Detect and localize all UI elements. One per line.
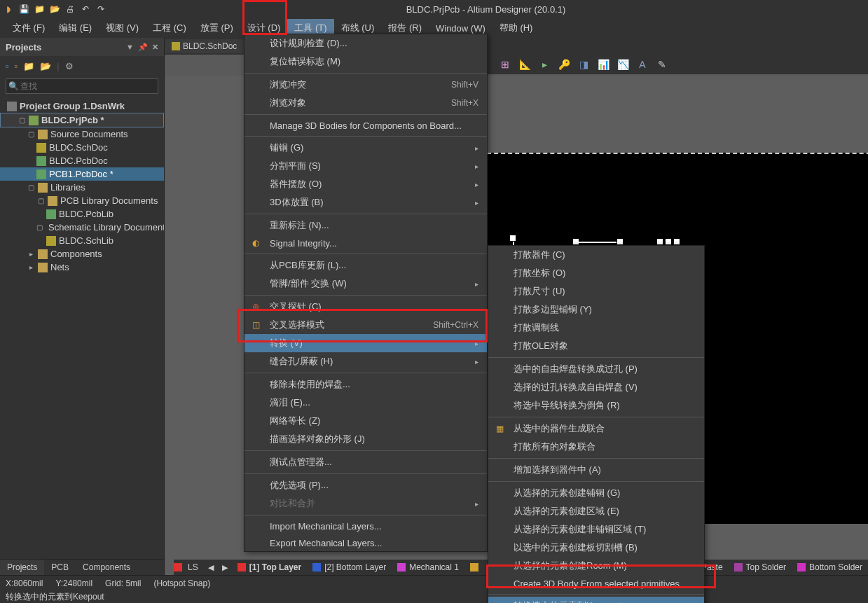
print-icon[interactable]: 🖨 [64,4,76,15]
tree-nets[interactable]: ▸ Nets [0,261,164,274]
menu-body3d[interactable]: 3D体放置 (B)▸ [244,193,487,212]
submenu-union-sel[interactable]: ▦从选中的器件生成联合 [488,420,704,438]
handle[interactable] [616,238,624,245]
tree-pcb[interactable]: BLDC.PcbDoc [0,154,164,167]
menu-reset-err[interactable]: 复位错误标志 (M) [244,53,487,71]
layer-mech[interactable]: Mechanical 1 [392,561,464,574]
menu-outline-sel[interactable]: 描画选择对象的外形 (J) [244,430,487,448]
submenu-create-poly[interactable]: 从选择的元素创建铺铜 (G) [488,484,704,502]
tree-schlib[interactable]: BLDC.SchLib [0,234,164,247]
menu-edit[interactable]: 编辑 (E) [52,19,99,37]
menu-si[interactable]: ◐Signal Integrity... [244,235,487,251]
tool-icon[interactable]: ▸ [537,57,551,71]
tab-projects[interactable]: Projects [0,560,44,575]
tree-pcb1[interactable]: PCB1.PcbDoc * [0,167,164,181]
menu-reanno[interactable]: 重新标注 (N)... [244,216,487,235]
submenu-via-to-free[interactable]: 选择的过孔转换成自由焊盘 (V) [488,378,704,396]
tool-icon[interactable]: 📉 [616,57,630,71]
menu-view[interactable]: 视图 (V) [99,19,146,37]
handle[interactable] [656,238,663,245]
chevron-down-icon[interactable]: ▢ [27,130,35,138]
handle[interactable] [665,238,672,245]
tree-srcdocs[interactable]: ▢ Source Documents [0,127,164,141]
submenu-free-to-via[interactable]: 选中的自由焊盘转换成过孔 (P) [488,360,704,378]
pin2-icon[interactable]: 📌 [138,43,148,52]
tree-schlib-docs[interactable]: ▢ Schematic Library Documents [0,221,164,234]
menu-comp-place[interactable]: 器件摆放 (O)▸ [244,175,487,193]
layer-bottom[interactable]: [2] Bottom Layer [307,561,392,574]
menu-help[interactable]: 帮助 (H) [492,19,540,37]
chevron-right-icon[interactable]: ▸ [27,250,35,258]
submenu-create-room[interactable]: 从选择的元素创建Room (M) [488,557,704,575]
tab-components[interactable]: Components [76,560,137,575]
menu-project[interactable]: 工程 (C) [146,19,193,37]
new-icon[interactable]: ▫ [6,61,9,71]
tree-pcblib[interactable]: BLDC.PcbLib [0,207,164,221]
submenu-explode-dim[interactable]: 打散尺寸 (U) [488,282,704,300]
chevron-down-icon[interactable]: ▢ [36,223,43,231]
menu-pref[interactable]: 优先选项 (P)... [244,476,487,494]
submenu-to-keepout[interactable]: 转换选中的元素到Keepout [488,597,704,603]
close-panel-icon[interactable]: ✕ [152,43,158,52]
menu-drc[interactable]: 设计规则检查 (D)... [244,34,487,53]
tool-icon[interactable]: ◨ [577,57,591,71]
chevron-down-icon[interactable]: ▢ [36,197,45,205]
chevron-down-icon[interactable]: ▢ [18,116,26,124]
menu-pin-swap[interactable]: 管脚/部件 交换 (W)▸ [244,275,487,293]
layer-ls[interactable]: LS [182,561,204,574]
menu-tp-mgr[interactable]: 测试点管理器... [244,453,487,471]
menu-td[interactable]: 滴泪 (E)... [244,394,487,412]
open2-icon[interactable]: 📂 [49,4,60,15]
tree-group[interactable]: Project Group 1.DsnWrk [0,99,164,113]
doc-tab-sch[interactable]: BLDC.SchDoc [165,39,244,53]
layer-extra[interactable] [464,562,484,573]
handle[interactable] [509,235,516,242]
submenu-explode-coord[interactable]: 打散坐标 (O) [488,264,704,282]
tree-prj[interactable]: ▢ BLDC.PrjPcb * [0,113,164,127]
menu-convert[interactable]: 转换 (V)▸ [244,334,487,352]
layer-tsolder[interactable]: Top Solder [729,561,792,574]
submenu-create-cutout[interactable]: 以选中的元素创建板切割槽 (B) [488,539,704,557]
submenu-create-3d[interactable]: Create 3D Body From selected primitives [488,575,704,592]
menu-remove-unused[interactable]: 移除未使用的焊盘... [244,375,487,394]
menu-import-mech[interactable]: Import Mechanical Layers... [244,518,487,534]
undo-icon[interactable]: ↶ [80,4,91,15]
layer-bsolder[interactable]: Bottom Solder [792,561,868,574]
menu-m3d[interactable]: Manage 3D Bodies for Components on Board… [244,117,487,134]
save-icon[interactable]: 💾 [18,4,29,15]
menu-xprobe[interactable]: ⊕交叉探针 (C) [244,298,487,316]
submenu-union-all[interactable]: 打散所有的对象联合 [488,438,704,456]
menu-browse-viol[interactable]: 浏览冲突Shift+V [244,76,487,94]
chevron-right-icon[interactable]: ▸ [27,263,35,271]
submenu-create-npoly[interactable]: 从选择的元素创建非铺铜区域 (T) [488,520,704,539]
tool-icon[interactable]: 🔑 [557,57,571,71]
redo-icon[interactable]: ↷ [95,4,106,15]
pen-icon[interactable]: ✎ [655,57,669,71]
folder2-icon[interactable]: 📂 [40,61,51,71]
tool-icon[interactable]: 📊 [596,57,610,71]
tool-icon[interactable]: 📐 [518,57,532,71]
menu-upd-pcb[interactable]: 从PCB库更新 (L)... [244,256,487,275]
nav-right-icon[interactable]: ▶ [218,562,232,574]
submenu-create-region[interactable]: 从选择的元素创建区域 (E) [488,502,704,520]
tree-pcblib-docs[interactable]: ▢ PCB Library Documents [0,194,164,207]
submenu-add-sel-comp[interactable]: 增加选择到器件中 (A) [488,461,704,479]
submenu-explode-ole[interactable]: 打散OLE对象 [488,337,704,355]
chevron-down-icon[interactable]: ▢ [27,183,35,191]
handle[interactable] [673,238,680,245]
menu-export-mech[interactable]: Export Mechanical Layers... [244,534,487,551]
menu-poly[interactable]: 铺铜 (G)▸ [244,139,487,157]
tree-sch[interactable]: BLDC.SchDoc [0,141,164,154]
menu-split[interactable]: 分割平面 (S)▸ [244,157,487,175]
folder-icon[interactable]: 📁 [23,61,34,71]
menu-file[interactable]: 文件 (F) [6,19,52,37]
open-prj-icon[interactable]: ▫ [15,61,18,71]
submenu-explode-comp[interactable]: 打散器件 (C) [488,246,704,264]
tree-components[interactable]: ▸ Components [0,247,164,261]
menu-xselect[interactable]: ◫交叉选择模式Shift+Ctrl+X [244,316,487,334]
pin-icon[interactable]: ▼ [126,43,134,52]
nav-left-icon[interactable]: ◀ [204,562,218,574]
tab-pcb[interactable]: PCB [44,560,76,575]
tree-libs[interactable]: ▢ Libraries [0,181,164,194]
tool-icon[interactable]: ⊞ [498,57,512,71]
